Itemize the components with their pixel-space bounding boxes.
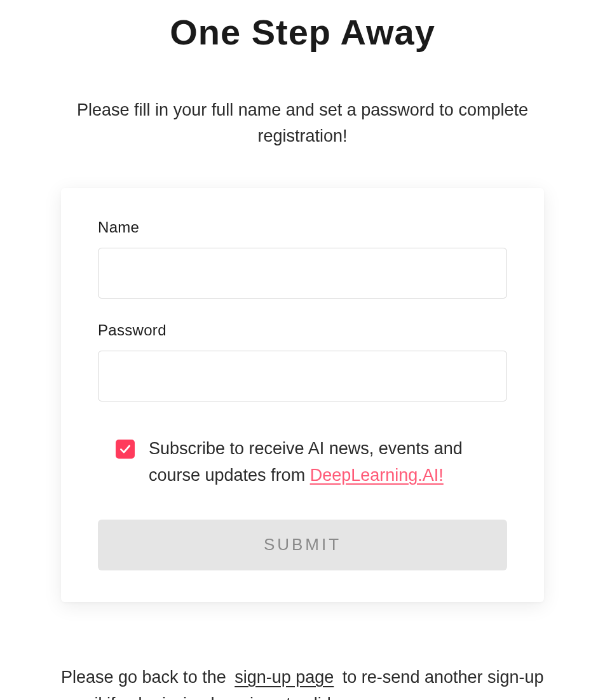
footer-note: Please go back to the sign-up page to re… — [61, 664, 544, 700]
check-icon — [119, 443, 132, 455]
page-title: One Step Away — [170, 11, 435, 53]
subscribe-checkbox[interactable] — [116, 440, 135, 459]
registration-card: Name Password Subscribe to receive AI ne… — [61, 188, 544, 602]
signup-page-link[interactable]: sign-up page — [235, 668, 334, 687]
password-input[interactable] — [98, 351, 507, 401]
name-group: Name — [98, 219, 507, 299]
password-group: Password — [98, 321, 507, 401]
page-subtitle: Please fill in your full name and set a … — [74, 97, 531, 149]
name-label: Name — [98, 219, 507, 236]
deeplearning-link[interactable]: DeepLearning.AI! — [310, 466, 444, 485]
subscribe-row: Subscribe to receive AI news, events and… — [98, 436, 507, 489]
submit-button[interactable]: SUBMIT — [98, 520, 507, 570]
password-label: Password — [98, 321, 507, 339]
footer-prefix: Please go back to the — [61, 668, 231, 687]
subscribe-label: Subscribe to receive AI news, events and… — [149, 436, 501, 489]
name-input[interactable] — [98, 248, 507, 299]
